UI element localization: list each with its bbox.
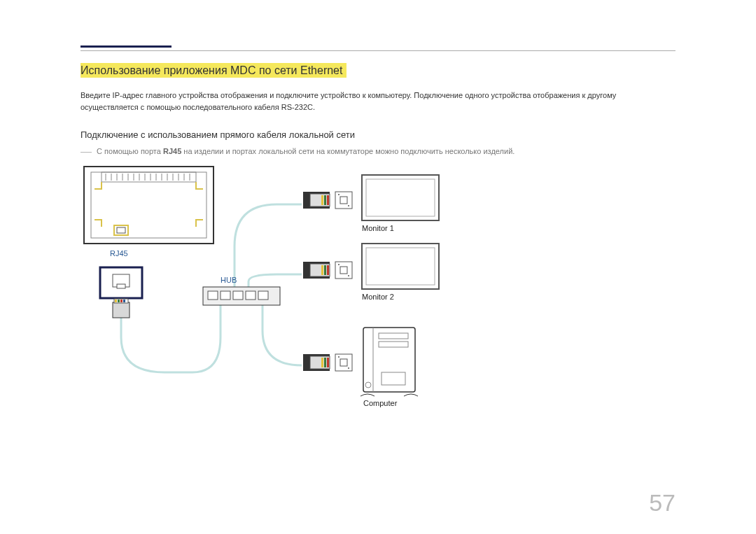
rj45-port-icon (100, 267, 142, 298)
note-pre: С помощью порта (97, 147, 163, 155)
display-back-icon (84, 167, 214, 244)
svg-rect-24 (113, 302, 130, 318)
section-title: Использование приложения MDC по сети Eth… (80, 64, 676, 77)
intro-paragraph: Введите IP-адрес главного устройства ото… (80, 90, 676, 113)
svg-rect-20 (117, 227, 125, 233)
svg-rect-70 (379, 342, 408, 347)
connector-group-3 (303, 354, 352, 371)
svg-rect-56 (321, 358, 323, 367)
svg-rect-49 (327, 265, 329, 275)
note-line: ― С помощью порта RJ45 на изделии и порт… (80, 146, 676, 158)
label-hub: HUB (220, 276, 237, 284)
section-title-text: Использование приложения MDC по сети Eth… (80, 63, 346, 78)
label-monitor2: Monitor 2 (362, 293, 394, 301)
svg-rect-47 (321, 265, 323, 275)
monitor1-icon (362, 175, 439, 220)
svg-rect-58 (327, 358, 329, 367)
connector-group-1 (303, 192, 352, 209)
svg-rect-29 (123, 300, 125, 302)
page-number: 57 (649, 489, 676, 517)
svg-rect-42 (340, 197, 347, 204)
svg-rect-37 (310, 194, 330, 206)
note-bold: RJ45 (163, 147, 181, 155)
svg-point-53 (348, 275, 349, 276)
svg-rect-35 (258, 291, 268, 300)
svg-rect-71 (382, 372, 405, 385)
svg-rect-51 (340, 267, 347, 274)
svg-rect-66 (366, 248, 435, 285)
svg-rect-28 (120, 300, 122, 302)
note-dash: ― (80, 146, 92, 157)
svg-point-44 (348, 205, 349, 206)
computer-icon (360, 328, 418, 396)
rule-short (80, 45, 172, 48)
diagram: RJ45 HUB (80, 162, 676, 424)
svg-rect-55 (310, 356, 330, 369)
svg-rect-39 (324, 195, 326, 205)
page-content: Использование приложения MDC по сети Eth… (0, 64, 756, 424)
svg-rect-32 (220, 291, 230, 300)
svg-rect-60 (340, 359, 347, 366)
svg-rect-33 (233, 291, 243, 300)
svg-point-61 (338, 356, 340, 358)
svg-rect-27 (118, 300, 120, 302)
svg-rect-38 (321, 195, 323, 205)
connector-group-2 (303, 262, 352, 279)
svg-rect-0 (84, 167, 214, 244)
svg-point-52 (338, 264, 340, 265)
hub-icon (203, 287, 280, 305)
svg-rect-46 (310, 264, 330, 276)
svg-rect-69 (379, 333, 408, 339)
note-post: на изделии и портах локальной сети на ко… (181, 147, 514, 155)
svg-rect-64 (366, 179, 435, 216)
svg-rect-23 (117, 284, 125, 288)
label-computer: Computer (363, 399, 398, 407)
svg-rect-40 (327, 195, 329, 205)
svg-point-62 (348, 367, 349, 369)
svg-rect-34 (246, 291, 255, 300)
monitor2-icon (362, 244, 439, 289)
svg-rect-31 (208, 291, 218, 300)
svg-point-43 (338, 194, 340, 195)
svg-rect-48 (324, 265, 326, 275)
rule-long (80, 50, 676, 51)
subheading: Подключение с использованием прямого каб… (80, 129, 676, 140)
label-rj45: RJ45 (110, 249, 128, 258)
rj45-plug-icon (113, 299, 130, 318)
svg-rect-26 (115, 300, 117, 302)
label-monitor1: Monitor 1 (362, 224, 394, 232)
svg-rect-57 (324, 358, 326, 367)
